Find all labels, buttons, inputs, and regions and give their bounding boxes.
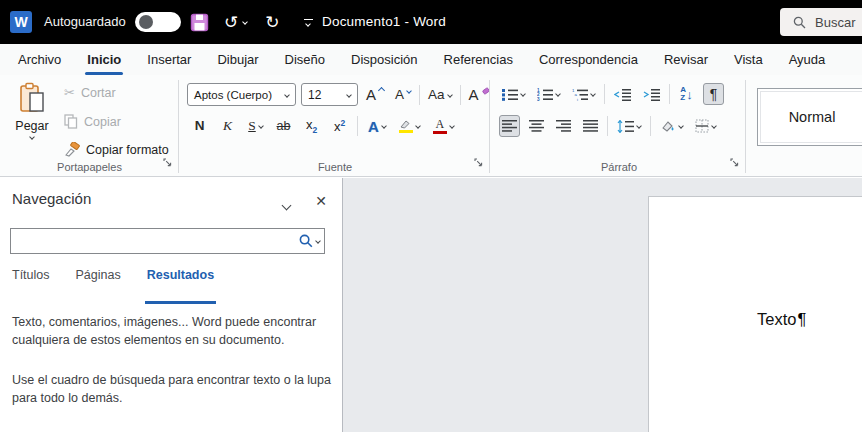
align-left-button[interactable]: [499, 115, 520, 137]
italic-button[interactable]: K: [217, 115, 238, 137]
pane-options-button[interactable]: [283, 195, 290, 213]
line-spacing-chevron-icon[interactable]: [636, 123, 642, 129]
nav-help-paragraph-2: Use el cuadro de búsqueda para encontrar…: [12, 372, 334, 408]
navigation-search-button[interactable]: [299, 234, 320, 248]
align-right-button[interactable]: [553, 115, 574, 137]
search-icon: [299, 234, 313, 248]
pane-close-button[interactable]: ✕: [315, 193, 327, 209]
ribbon: Pegar ✂ Cortar Copiar Copiar formato: [0, 75, 862, 177]
borders-button[interactable]: [692, 115, 719, 137]
customize-qat-button[interactable]: [297, 7, 319, 37]
font-name-combobox[interactable]: Aptos (Cuerpo): [187, 83, 296, 106]
line-spacing-button[interactable]: [614, 115, 644, 137]
tab-referencias[interactable]: Referencias: [431, 44, 526, 75]
autosave-toggle[interactable]: [135, 12, 181, 32]
quick-access-toolbar: ↺ ↻: [188, 0, 319, 44]
multilevel-list-button[interactable]: 1 a i: [569, 83, 598, 105]
cut-label: Cortar: [81, 86, 116, 100]
nav-tab-resultados[interactable]: Resultados: [147, 268, 214, 290]
align-center-button[interactable]: [526, 115, 547, 137]
tab-revisar[interactable]: Revisar: [651, 44, 721, 75]
style-normal[interactable]: Normal: [757, 88, 862, 146]
save-button[interactable]: [188, 7, 210, 37]
change-case-button[interactable]: Aa: [425, 84, 455, 106]
highlight-color-button[interactable]: [396, 115, 423, 137]
change-case-chevron-icon[interactable]: [447, 92, 453, 98]
tab-insertar[interactable]: Insertar: [134, 44, 204, 75]
document-page[interactable]: Texto¶: [648, 196, 862, 432]
text-effects-button[interactable]: A: [365, 115, 389, 137]
bold-button[interactable]: N: [189, 115, 210, 137]
highlighter-icon: [399, 119, 413, 134]
search-options-chevron-icon[interactable]: [315, 238, 321, 244]
paste-button[interactable]: Pegar: [8, 82, 56, 162]
undo-dropdown-chevron-icon[interactable]: [242, 19, 248, 25]
tab-disposicion[interactable]: Disposición: [338, 44, 430, 75]
tab-diseno[interactable]: Diseño: [272, 44, 338, 75]
paste-dropdown-chevron-icon[interactable]: [29, 134, 35, 140]
font-color-button[interactable]: A: [430, 115, 457, 137]
format-painter-label: Copiar formato: [86, 143, 169, 157]
undo-button[interactable]: ↺: [224, 7, 247, 37]
numbering-button[interactable]: 1 2 3: [534, 83, 563, 105]
format-painter-button[interactable]: Copiar formato: [64, 142, 169, 157]
tab-ayuda[interactable]: Ayuda: [776, 44, 839, 75]
sort-button[interactable]: AZ ↓: [676, 83, 697, 105]
decrease-indent-button[interactable]: [611, 83, 634, 105]
borders-chevron-icon[interactable]: [711, 123, 717, 129]
multilevel-chevron-icon[interactable]: [590, 91, 596, 97]
navigation-search-input[interactable]: [11, 229, 299, 253]
highlight-chevron-icon[interactable]: [415, 123, 421, 129]
small-separator: [650, 116, 651, 136]
nav-tab-titulos[interactable]: Títulos: [12, 268, 50, 290]
document-text[interactable]: Texto¶: [757, 310, 806, 329]
numbering-chevron-icon[interactable]: [555, 91, 561, 97]
nav-tab-paginas[interactable]: Páginas: [76, 268, 121, 290]
small-separator: [604, 84, 605, 104]
copy-button[interactable]: Copiar: [64, 114, 121, 129]
paragraph-dialog-launcher[interactable]: [730, 156, 739, 170]
bullets-chevron-icon[interactable]: [520, 91, 526, 97]
justify-button[interactable]: [580, 115, 601, 137]
font-name-value: Aptos (Cuerpo): [194, 89, 272, 101]
chevron-down-icon: [282, 201, 292, 211]
group-separator: [489, 80, 490, 173]
font-size-combobox[interactable]: 12: [301, 83, 358, 106]
underline-button[interactable]: S: [245, 115, 266, 137]
word-app-icon[interactable]: W: [10, 11, 32, 33]
redo-button[interactable]: ↻: [261, 7, 283, 37]
underline-chevron-icon[interactable]: [258, 123, 264, 129]
shading-chevron-icon[interactable]: [678, 123, 684, 129]
subscript-button[interactable]: x2: [301, 115, 322, 137]
tab-correspondencia[interactable]: Correspondencia: [526, 44, 651, 75]
shrink-font-button[interactable]: A: [392, 84, 414, 106]
font-color-icon: A: [433, 118, 447, 135]
tab-vista[interactable]: Vista: [721, 44, 776, 75]
bullets-icon: [502, 88, 518, 101]
tab-archivo[interactable]: Archivo: [5, 44, 74, 75]
autosave-label: Autoguardado: [44, 14, 126, 29]
tab-dibujar[interactable]: Dibujar: [204, 44, 271, 75]
strikethrough-button[interactable]: ab: [273, 115, 294, 137]
font-size-chevron-icon[interactable]: [346, 92, 352, 98]
show-marks-button[interactable]: ¶: [703, 83, 724, 105]
clipboard-group-label: Portapapeles: [0, 161, 179, 173]
clipboard-dialog-launcher[interactable]: [163, 156, 172, 170]
copy-label: Copiar: [84, 115, 121, 129]
tab-inicio[interactable]: Inicio: [74, 44, 134, 75]
decrease-indent-icon: [614, 88, 631, 101]
text-effects-chevron-icon[interactable]: [381, 123, 387, 129]
grow-font-button[interactable]: A: [363, 84, 387, 106]
font-name-chevron-icon[interactable]: [284, 92, 290, 98]
search-label: Buscar: [815, 15, 855, 30]
titlebar-search-box[interactable]: Buscar: [780, 8, 862, 36]
superscript-button[interactable]: x2: [329, 115, 350, 137]
bullets-button[interactable]: [499, 83, 528, 105]
shading-button[interactable]: [657, 115, 686, 137]
align-center-icon: [529, 120, 544, 132]
increase-indent-button[interactable]: [640, 83, 663, 105]
cut-button[interactable]: ✂ Cortar: [64, 85, 116, 100]
paragraph-mark: ¶: [797, 310, 806, 328]
font-dialog-launcher[interactable]: [474, 156, 483, 170]
font-color-chevron-icon[interactable]: [449, 123, 455, 129]
